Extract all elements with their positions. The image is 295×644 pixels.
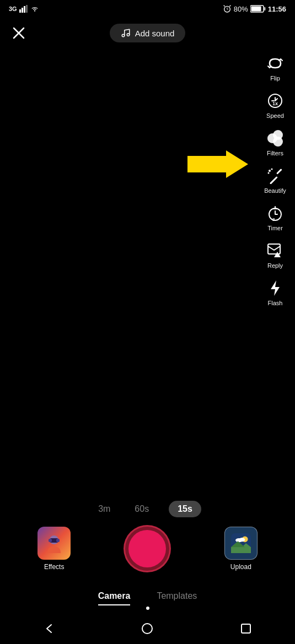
filters-tool[interactable]: Filters [260, 125, 291, 160]
timer-tool[interactable]: 3 Timer [260, 199, 291, 235]
svg-point-9 [122, 34, 125, 37]
close-button[interactable] [9, 23, 29, 43]
flip-label: Flip [270, 75, 280, 82]
effects-button[interactable]: Effects [37, 527, 71, 571]
reply-icon [265, 240, 286, 261]
effects-thumbnail [43, 532, 65, 554]
add-sound-button[interactable]: Add sound [110, 24, 186, 42]
upload-icon [224, 527, 258, 560]
timer-icon: 3 [265, 203, 286, 224]
svg-point-33 [239, 538, 245, 542]
nav-indicator [146, 607, 149, 610]
svg-rect-28 [49, 539, 52, 542]
svg-point-21 [268, 172, 270, 174]
effects-icon [37, 527, 71, 560]
record-button[interactable] [124, 525, 171, 572]
timer-label: Timer [267, 225, 283, 231]
svg-point-4 [34, 10, 35, 11]
svg-rect-17 [270, 176, 278, 184]
svg-point-19 [269, 170, 271, 172]
tab-templates[interactable]: Templates [157, 591, 197, 605]
yellow-arrow [187, 148, 248, 183]
beautify-label: Beautify [264, 187, 286, 194]
bottom-controls: Effects Upload [0, 525, 295, 572]
add-sound-label: Add sound [135, 29, 175, 38]
speed-tool[interactable]: 1x Speed [260, 87, 291, 122]
music-icon [121, 28, 131, 38]
svg-rect-7 [251, 7, 261, 12]
svg-marker-11 [187, 150, 248, 178]
duration-60s[interactable]: 60s [130, 502, 153, 516]
wifi-icon [30, 5, 39, 13]
beautify-icon [265, 165, 286, 186]
svg-rect-18 [276, 169, 282, 175]
upload-button[interactable]: Upload [224, 527, 258, 571]
speed-label: Speed [266, 112, 284, 119]
reply-label: Reply [267, 262, 283, 269]
svg-point-36 [142, 624, 152, 634]
record-button-inner [128, 530, 166, 567]
alarm-icon [223, 4, 232, 13]
svg-rect-29 [56, 539, 60, 542]
time-display: 11:56 [268, 5, 286, 13]
status-bar: 3G 80% 11:56 [0, 0, 295, 15]
svg-rect-24 [268, 244, 280, 254]
svg-point-16 [273, 137, 283, 147]
svg-rect-3 [26, 5, 28, 13]
network-indicator: 3G [9, 6, 17, 12]
beautify-tool[interactable]: Beautify [260, 162, 291, 197]
duration-15s[interactable]: 15s [169, 501, 201, 517]
battery-percent: 80% [234, 5, 248, 13]
home-nav-button[interactable] [140, 621, 155, 636]
flip-tool[interactable]: Flip [260, 50, 291, 85]
svg-rect-2 [24, 6, 25, 13]
flash-label: Flash [268, 300, 283, 306]
system-nav [0, 613, 295, 644]
svg-rect-37 [242, 624, 250, 633]
status-right: 80% 11:56 [223, 4, 286, 13]
flip-icon [265, 53, 286, 74]
svg-rect-8 [264, 7, 265, 10]
effects-label: Effects [44, 563, 64, 571]
svg-text:1x: 1x [272, 101, 278, 106]
status-left: 3G [9, 5, 39, 13]
svg-point-10 [127, 34, 130, 36]
filters-icon [265, 128, 286, 149]
recents-nav-button[interactable] [238, 621, 254, 636]
flash-tool[interactable]: Flash [260, 274, 291, 310]
tab-camera[interactable]: Camera [98, 591, 131, 605]
flash-icon [265, 278, 286, 299]
svg-rect-0 [19, 9, 21, 13]
signal-icon [19, 5, 28, 13]
right-tools: Flip 1x Speed Filters [260, 50, 291, 310]
back-nav-button[interactable] [41, 621, 57, 636]
svg-text:3: 3 [272, 217, 275, 222]
bottom-nav: Camera Templates [0, 591, 295, 605]
duration-3m[interactable]: 3m [94, 502, 115, 516]
speed-icon: 1x [265, 90, 286, 111]
reply-tool[interactable]: Reply [260, 237, 291, 272]
battery-icon [250, 5, 266, 13]
filters-label: Filters [267, 150, 283, 156]
upload-label: Upload [230, 563, 251, 571]
svg-point-20 [271, 169, 273, 170]
duration-selector: 3m 60s 15s [0, 501, 295, 517]
header: Add sound [0, 17, 295, 50]
svg-rect-1 [22, 8, 23, 13]
